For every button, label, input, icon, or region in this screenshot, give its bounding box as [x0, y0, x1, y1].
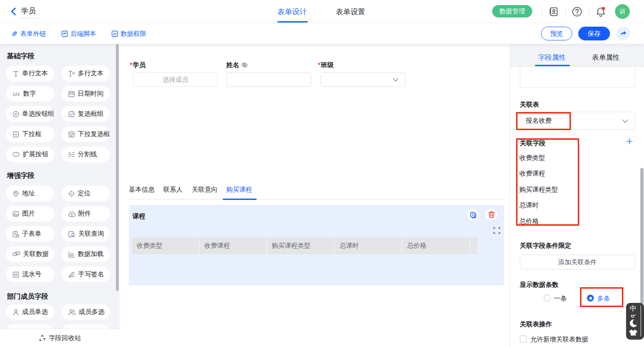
- svg-text:123: 123: [12, 91, 20, 97]
